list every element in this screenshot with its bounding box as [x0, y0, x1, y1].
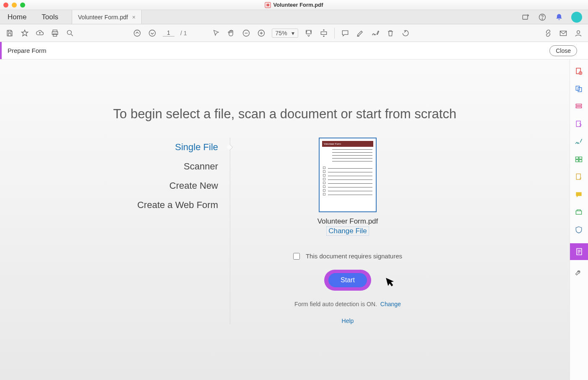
window-titlebar: ▤ Volunteer Form.pdf — [0, 0, 588, 10]
auto-detect-change-link[interactable]: Change — [380, 301, 401, 307]
page-number-input[interactable] — [163, 29, 174, 36]
fit-width-icon[interactable] — [304, 29, 313, 38]
close-window-button[interactable] — [3, 3, 8, 8]
svg-rect-14 — [321, 31, 326, 34]
svg-rect-27 — [579, 160, 582, 162]
save-icon[interactable] — [5, 29, 14, 38]
user-avatar[interactable] — [571, 12, 582, 23]
close-button[interactable]: Close — [549, 45, 577, 56]
svg-point-9 — [134, 30, 140, 36]
body-area: To begin select a file, scan a document … — [0, 60, 588, 380]
svg-rect-19 — [576, 86, 579, 90]
window-title-text: Volunteer Form.pdf — [273, 2, 323, 8]
zoom-out-icon[interactable] — [242, 29, 251, 38]
notifications-icon[interactable] — [554, 13, 564, 22]
link-icon[interactable] — [544, 29, 553, 38]
prepare-form-bar: Prepare Form Close — [0, 42, 588, 60]
hand-icon[interactable] — [226, 29, 236, 38]
rail-prepare-form-icon[interactable] — [570, 243, 588, 260]
star-icon[interactable] — [20, 29, 29, 38]
toolbar-separator — [334, 28, 335, 39]
page-up-icon[interactable] — [133, 29, 142, 38]
headline: To begin select a file, scan a document … — [113, 107, 456, 122]
rail-sign-icon[interactable] — [575, 138, 584, 147]
right-tools-rail — [570, 60, 588, 380]
svg-rect-15 — [560, 31, 567, 36]
home-tab[interactable]: Home — [0, 10, 34, 24]
file-tab[interactable]: Volunteer Form.pdf × — [72, 10, 142, 24]
highlight-icon[interactable] — [356, 29, 365, 38]
zoom-in-icon[interactable] — [257, 29, 266, 38]
print-icon[interactable] — [50, 29, 60, 38]
source-options: Single File Scanner Create New Create a … — [130, 138, 230, 324]
delete-icon[interactable] — [386, 29, 395, 38]
sign-icon[interactable] — [371, 29, 380, 38]
auto-detect-status: Form field auto detection is ON. — [294, 301, 377, 307]
pointer-icon[interactable] — [211, 29, 221, 38]
svg-rect-25 — [579, 157, 582, 159]
page-down-icon[interactable] — [148, 29, 157, 38]
svg-rect-28 — [576, 174, 580, 180]
svg-rect-4 — [8, 33, 11, 36]
traffic-lights — [0, 3, 25, 8]
svg-point-10 — [149, 30, 156, 36]
rail-organize-icon[interactable] — [575, 155, 584, 164]
requires-signatures-checkbox[interactable] — [293, 253, 300, 260]
cloud-upload-icon[interactable] — [35, 29, 44, 38]
rail-combine-icon[interactable] — [575, 85, 584, 94]
rotate-icon[interactable] — [401, 29, 410, 38]
change-file-link[interactable]: Change File — [326, 226, 369, 236]
comment-icon[interactable] — [341, 29, 350, 38]
requires-signatures-row[interactable]: This document requires signatures — [293, 252, 402, 260]
main-toolbar: / 1 75% ▾ — [0, 24, 588, 42]
rail-protect-icon[interactable] — [575, 226, 584, 235]
rail-comment-tool-icon[interactable] — [575, 190, 584, 200]
auto-detect-text: Form field auto detection is ON. Change — [294, 301, 401, 307]
svg-rect-7 — [53, 34, 57, 36]
rail-compress-icon[interactable] — [575, 173, 584, 182]
file-tab-label: Volunteer Form.pdf — [78, 14, 128, 21]
svg-rect-22 — [576, 107, 581, 108]
document-thumbnail[interactable]: Volunteer Form — [319, 138, 377, 212]
email-icon[interactable] — [559, 29, 568, 38]
requires-signatures-label: This document requires signatures — [306, 252, 402, 260]
svg-point-2 — [542, 18, 542, 19]
window-title: ▤ Volunteer Form.pdf — [265, 2, 323, 8]
svg-point-16 — [577, 31, 580, 34]
help-link[interactable]: Help — [342, 318, 354, 324]
profile-icon[interactable] — [574, 29, 583, 38]
page-total-label: / 1 — [180, 30, 187, 36]
share-icon[interactable] — [521, 13, 530, 22]
svg-rect-26 — [575, 160, 578, 162]
option-create-new[interactable]: Create New — [130, 176, 218, 195]
close-tab-icon[interactable]: × — [132, 14, 135, 21]
start-button[interactable]: Start — [328, 273, 367, 287]
option-create-web-form[interactable]: Create a Web Form — [130, 195, 218, 215]
scroll-mode-icon[interactable] — [319, 29, 328, 38]
option-scanner[interactable]: Scanner — [130, 157, 218, 176]
svg-rect-21 — [576, 104, 581, 105]
tab-strip: Home Tools Volunteer Form.pdf × — [0, 10, 588, 24]
option-single-file[interactable]: Single File — [130, 138, 218, 157]
rail-more-tools-icon[interactable] — [575, 268, 584, 278]
maximize-window-button[interactable] — [20, 3, 25, 8]
main-content: To begin select a file, scan a document … — [0, 60, 570, 380]
pdf-icon: ▤ — [265, 2, 271, 8]
zoom-value: 75% — [276, 30, 287, 36]
svg-point-8 — [67, 30, 71, 34]
zoom-select[interactable]: 75% ▾ — [272, 29, 298, 38]
svg-rect-3 — [8, 30, 11, 32]
minimize-window-button[interactable] — [12, 3, 17, 8]
file-panel: Volunteer Form Volunteer Form.pdf Change… — [230, 138, 440, 324]
rail-create-pdf-icon[interactable] — [575, 67, 584, 76]
search-icon[interactable] — [65, 29, 75, 38]
rail-edit-pdf-icon[interactable] — [575, 102, 584, 112]
chevron-down-icon: ▾ — [291, 30, 294, 36]
rail-scan-icon[interactable] — [575, 208, 584, 217]
tools-tab[interactable]: Tools — [34, 10, 66, 24]
svg-rect-29 — [576, 211, 581, 214]
svg-rect-0 — [523, 15, 528, 19]
help-icon[interactable] — [538, 13, 547, 22]
rail-export-pdf-icon[interactable] — [575, 120, 584, 129]
selected-file-name: Volunteer Form.pdf — [317, 217, 378, 226]
